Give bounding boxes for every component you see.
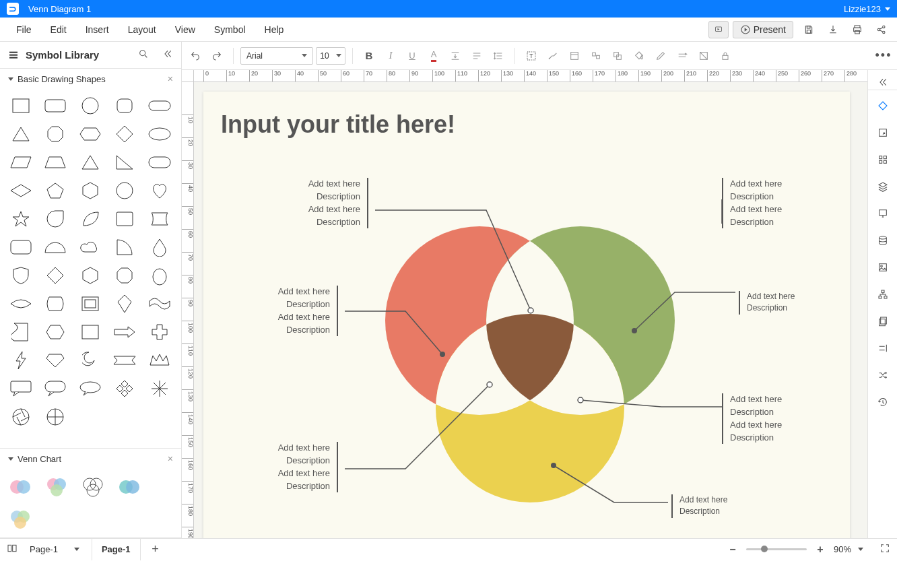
shape-4diamond[interactable] bbox=[110, 377, 139, 400]
share-button[interactable] bbox=[873, 21, 890, 38]
font-family-select[interactable]: Arial bbox=[240, 47, 313, 65]
shape-heptagon[interactable] bbox=[110, 179, 139, 202]
collapse-library-button[interactable] bbox=[162, 48, 173, 61]
venn-3circle-pastel[interactable] bbox=[7, 508, 34, 531]
canvas-page[interactable]: Input your title here! bbox=[203, 92, 850, 538]
shape-hexagon3[interactable] bbox=[41, 321, 69, 344]
shape-ellipse[interactable] bbox=[145, 123, 174, 145]
shape-banner[interactable] bbox=[110, 349, 139, 372]
close-section-button[interactable]: × bbox=[168, 453, 173, 464]
line-style-button[interactable] bbox=[673, 46, 692, 65]
font-size-select[interactable]: 10 bbox=[316, 47, 345, 65]
shape-octagon2[interactable] bbox=[110, 264, 139, 287]
callout-top-right[interactable]: Add text here Description Add text here … bbox=[722, 178, 826, 228]
arrange-button[interactable] bbox=[608, 46, 627, 65]
zoom-in-button[interactable]: + bbox=[813, 543, 827, 556]
shape-cross[interactable] bbox=[145, 321, 174, 344]
distribute-button[interactable] bbox=[871, 337, 894, 360]
shape-half-circle[interactable] bbox=[41, 236, 69, 259]
menu-layout[interactable]: Layout bbox=[119, 24, 166, 35]
shape-plaque[interactable] bbox=[41, 292, 69, 315]
text-halign-button[interactable] bbox=[467, 46, 486, 65]
shape-grid4[interactable] bbox=[145, 377, 174, 400]
clear-format-button[interactable] bbox=[694, 46, 713, 65]
save-button[interactable] bbox=[800, 21, 818, 38]
canvas-area[interactable]: 0102030405060708090100110120130140150160… bbox=[182, 70, 867, 538]
callout-bot-right-small[interactable]: Add text here Description bbox=[671, 494, 752, 518]
shape-crown[interactable] bbox=[145, 349, 174, 372]
shape-lens[interactable] bbox=[7, 292, 35, 315]
download-button[interactable] bbox=[824, 21, 842, 38]
add-page-button[interactable]: + bbox=[147, 542, 164, 558]
shape-concave[interactable] bbox=[145, 207, 174, 230]
shape-rhombus[interactable] bbox=[7, 179, 35, 202]
menu-view[interactable]: View bbox=[166, 24, 205, 35]
callout-mid-right[interactable]: Add text here Description bbox=[739, 291, 820, 315]
expand-right-panel-button[interactable] bbox=[868, 74, 897, 90]
connector-button[interactable] bbox=[543, 46, 562, 65]
user-menu[interactable]: Lizzie123 bbox=[844, 4, 890, 14]
export-button[interactable] bbox=[871, 121, 894, 144]
zoom-slider[interactable] bbox=[746, 548, 807, 550]
menu-insert[interactable]: Insert bbox=[76, 24, 119, 35]
fill-button[interactable] bbox=[630, 46, 649, 65]
shape-trapezoid[interactable] bbox=[41, 151, 69, 174]
shape-star[interactable] bbox=[7, 207, 35, 230]
page-select[interactable]: Page-1 bbox=[24, 544, 85, 554]
align-objects-button[interactable] bbox=[587, 46, 605, 65]
venn-3circle-outline[interactable] bbox=[79, 476, 106, 498]
shape-circle[interactable] bbox=[76, 94, 104, 117]
shape-arrow-right[interactable] bbox=[110, 321, 139, 344]
zoom-out-button[interactable]: − bbox=[726, 543, 739, 556]
shape-cut-rect[interactable] bbox=[76, 321, 104, 344]
comments-button[interactable] bbox=[871, 202, 894, 225]
history-button[interactable] bbox=[871, 391, 894, 414]
menu-file[interactable]: File bbox=[7, 24, 41, 35]
shape-stadium[interactable] bbox=[145, 151, 174, 174]
menu-help[interactable]: Help bbox=[255, 24, 294, 35]
clipboard-button[interactable] bbox=[871, 310, 894, 333]
shape-diamond[interactable] bbox=[110, 123, 139, 145]
image-button[interactable] bbox=[871, 256, 894, 279]
shape-pill[interactable] bbox=[145, 94, 174, 117]
shape-wave[interactable] bbox=[145, 292, 174, 315]
apps-button[interactable] bbox=[871, 148, 894, 171]
menu-symbol[interactable]: Symbol bbox=[205, 24, 255, 35]
shape-lightning[interactable] bbox=[7, 349, 35, 372]
menu-edit[interactable]: Edit bbox=[41, 24, 76, 35]
print-button[interactable] bbox=[849, 21, 866, 38]
shape-hexagon-v[interactable] bbox=[76, 179, 104, 202]
page-tab[interactable]: Page-1 bbox=[92, 539, 141, 560]
shape-triangle[interactable] bbox=[7, 123, 35, 145]
fullscreen-button[interactable] bbox=[879, 543, 890, 556]
more-button[interactable]: ••• bbox=[874, 46, 893, 65]
shape-pentagon[interactable] bbox=[41, 179, 69, 202]
venn-2circle-teal[interactable] bbox=[116, 476, 143, 498]
shape-roundrect2[interactable] bbox=[7, 236, 35, 259]
theme-button[interactable] bbox=[871, 94, 894, 117]
shape-teardrop[interactable] bbox=[41, 207, 69, 230]
shape-drop[interactable] bbox=[145, 236, 174, 259]
shape-octagon[interactable] bbox=[41, 123, 69, 145]
bold-button[interactable]: B bbox=[360, 46, 378, 65]
basic-shapes-header[interactable]: Basic Drawing Shapes × bbox=[0, 69, 181, 89]
callout-mid-left[interactable]: Add text here Description Add text here … bbox=[237, 286, 338, 336]
venn-3circle-color[interactable] bbox=[43, 476, 70, 498]
shape-speech-round[interactable] bbox=[41, 377, 69, 400]
redo-button[interactable] bbox=[207, 46, 226, 65]
callout-bot-left[interactable]: Add text here Description Add text here … bbox=[234, 442, 338, 492]
line-color-button[interactable] bbox=[651, 46, 670, 65]
underline-button[interactable]: U bbox=[403, 46, 422, 65]
shape-kite[interactable] bbox=[110, 292, 139, 315]
data-button[interactable] bbox=[871, 229, 894, 252]
shape-shield[interactable] bbox=[7, 264, 35, 287]
shape-wave2[interactable] bbox=[7, 321, 35, 344]
shape-rounded-square[interactable] bbox=[110, 94, 139, 117]
search-button[interactable] bbox=[138, 48, 149, 61]
venn-2circle-color[interactable] bbox=[7, 476, 34, 498]
venn-chart-header[interactable]: Venn Chart × bbox=[0, 449, 181, 469]
shape-egg[interactable] bbox=[145, 264, 174, 287]
layers-button[interactable] bbox=[871, 175, 894, 198]
shape-hexagon-h[interactable] bbox=[76, 123, 104, 145]
shape-frame[interactable] bbox=[76, 292, 104, 315]
